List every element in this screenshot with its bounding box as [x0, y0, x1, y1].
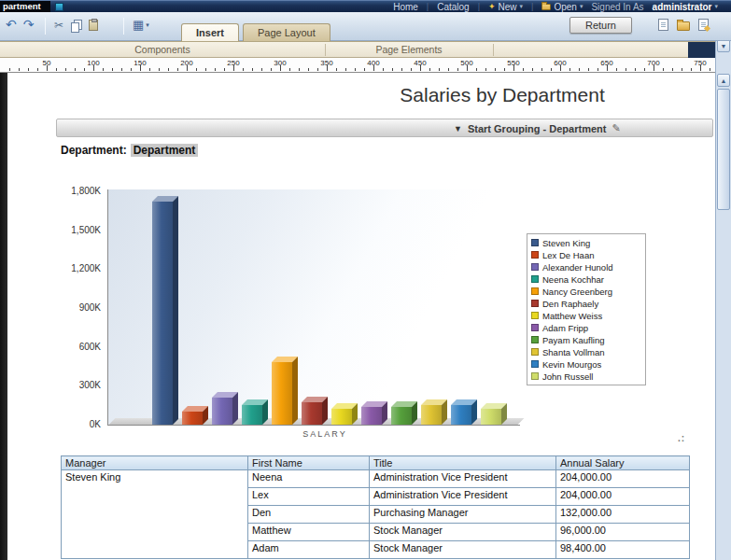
x-axis-label: SALARY	[260, 429, 390, 439]
title-cell[interactable]: Stock Manager	[370, 524, 556, 541]
legend-label: Matthew Weiss	[542, 311, 602, 321]
y-axis-tick-label: 0K	[49, 419, 101, 429]
ruler-tick	[476, 68, 477, 71]
legend-item: Kevin Mourgos	[531, 358, 641, 370]
ruler-tick	[205, 68, 206, 71]
grouping-bar[interactable]: ▼ Start Grouping - Department ✎	[56, 119, 713, 137]
paste-icon[interactable]	[89, 20, 98, 31]
y-axis-tick-label: 1,500K	[49, 225, 101, 235]
redo-icon[interactable]: ↷	[23, 17, 35, 32]
menu-home[interactable]: Home	[393, 2, 418, 12]
column-header[interactable]: Manager	[62, 456, 248, 470]
first-name-cell[interactable]: Adam	[248, 541, 370, 559]
column-header[interactable]: Annual Salary	[556, 456, 690, 470]
legend-item: Adam Fripp	[531, 322, 641, 333]
report-title[interactable]: Salaries by Department	[316, 84, 689, 106]
scroll-up-button[interactable]: ▲	[717, 74, 730, 87]
tab-page-layout[interactable]: Page Layout	[243, 23, 330, 41]
salary-cell[interactable]: 132,000.00	[556, 506, 690, 524]
panel-down-button[interactable]: ▼	[717, 39, 730, 52]
grouping-label: Start Grouping - Department	[468, 123, 607, 134]
title-cell[interactable]: Stock Manager	[370, 541, 556, 559]
ribbon-section-components: Components	[0, 44, 325, 55]
y-axis-tick-label: 1,800K	[49, 186, 101, 196]
ruler-tick	[672, 68, 673, 71]
ruler-tick	[597, 68, 598, 71]
legend-swatch	[531, 348, 539, 356]
menu-open[interactable]: Open ▾	[541, 2, 583, 12]
save-template-icon[interactable]	[698, 19, 709, 31]
ruler-tick	[84, 68, 85, 71]
ruler-tick	[364, 68, 365, 71]
salary-cell[interactable]: 96,000.00	[556, 524, 690, 541]
ruler-tick	[299, 68, 300, 71]
folder-icon	[541, 4, 551, 10]
report-canvas[interactable]: Salaries by Department ▼ Start Grouping …	[7, 73, 715, 560]
cut-icon[interactable]: ✂	[54, 19, 63, 32]
user-menu[interactable]: administrator ▾	[653, 2, 718, 12]
first-name-cell[interactable]: Den	[248, 506, 370, 524]
legend-item: John Russell	[531, 371, 641, 382]
ruler-tick	[243, 68, 244, 71]
ruler-mark: 300	[271, 59, 289, 67]
ruler-tick	[635, 68, 636, 71]
grouping-control[interactable]: ▼ Start Grouping - Department ✎	[454, 122, 621, 134]
tab-insert[interactable]: Insert	[181, 23, 239, 41]
column-header[interactable]: Title	[370, 456, 556, 470]
undo-redo-group: ↶ ↷	[6, 17, 34, 32]
ruler-tick	[392, 68, 393, 71]
manager-cell[interactable]: Steven King	[62, 470, 248, 559]
title-cell[interactable]: Administration Vice President	[370, 488, 556, 506]
chevron-down-icon: ▾	[714, 3, 718, 10]
title-cell[interactable]: Purchasing Manager	[370, 506, 556, 524]
legend-item: Steven King	[531, 237, 641, 248]
chart-bar-front-face	[272, 362, 292, 425]
edit-pencil-icon[interactable]: ✎	[612, 122, 620, 134]
grid-picker-icon: ▦	[133, 18, 144, 32]
collapse-icon[interactable]: ▼	[454, 124, 462, 133]
department-field[interactable]: Department	[131, 144, 199, 157]
chart-legend: Steven KingLex De HaanAlexander HunoldNe…	[527, 233, 646, 385]
ruler-mark: 700	[644, 59, 663, 67]
salary-cell[interactable]: 98,400.00	[556, 541, 690, 559]
chart-bar-front-face	[302, 402, 322, 425]
menu-new[interactable]: ✦ New ▾	[488, 2, 523, 12]
chart-bar-front-face	[242, 405, 262, 425]
legend-label: John Russell	[542, 371, 593, 382]
return-button[interactable]: Return	[569, 17, 632, 34]
ruler-tick	[112, 68, 113, 71]
scrollbar-thumb[interactable]	[717, 89, 730, 210]
salary-cell[interactable]: 204,000.00	[556, 470, 690, 488]
window-tab[interactable]: partment	[0, 1, 50, 13]
new-icon: ✦	[488, 2, 496, 11]
first-name-cell[interactable]: Lex	[248, 488, 370, 506]
legend-item: Lex De Haan	[531, 249, 641, 260]
signed-in-as-label: Signed In As	[591, 2, 643, 12]
new-report-icon[interactable]	[658, 19, 668, 31]
undo-icon[interactable]: ↶	[6, 17, 17, 32]
column-header[interactable]: First Name	[248, 456, 370, 470]
first-name-cell[interactable]: Matthew	[248, 524, 370, 541]
vertical-scrollbar[interactable]: ▲ ▼ ▲	[715, 12, 731, 560]
open-folder-icon[interactable]	[677, 21, 690, 31]
legend-swatch	[531, 239, 539, 246]
salary-cell[interactable]: 204,000.00	[556, 488, 690, 506]
ribbon-tabs: Insert Page Layout	[181, 23, 330, 41]
toolbar-separator	[123, 18, 124, 35]
copy-icon[interactable]	[71, 20, 81, 31]
view-picker[interactable]: ▦ ▾	[133, 18, 149, 32]
department-label: Department:	[61, 144, 127, 157]
title-cell[interactable]: Administration Vice President	[370, 470, 556, 488]
ribbon-right-panel	[688, 42, 715, 58]
report-table[interactable]: ManagerFirst NameTitleAnnual Salary Stev…	[61, 455, 690, 559]
chevron-down-icon: ▾	[580, 3, 583, 10]
menu-new-label: New	[499, 2, 517, 12]
legend-label: Den Raphaely	[542, 299, 598, 309]
chart-resize-handle[interactable]: .:	[678, 433, 685, 443]
ruler-tick	[56, 68, 57, 71]
legend-label: Steven King	[542, 238, 590, 248]
menu-catalog[interactable]: Catalog	[437, 2, 469, 12]
first-name-cell[interactable]: Neena	[248, 470, 370, 488]
ruler-tick	[75, 68, 76, 71]
table-row: Steven KingNeenaAdministration Vice Pres…	[62, 470, 690, 488]
